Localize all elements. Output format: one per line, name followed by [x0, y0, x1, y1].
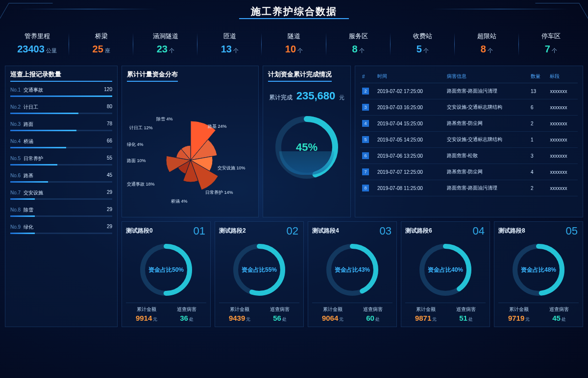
bar-row: No.7交安设施29	[10, 189, 112, 200]
card-ring: 资金占比55%	[230, 241, 288, 299]
bar-row: No.1交通事故120	[10, 87, 112, 97]
panel-title: 计划资金累计完成情况	[268, 70, 332, 82]
panel-gauge: 计划资金累计完成情况 累计完成 235,680 元 45%	[263, 66, 351, 217]
bar-row: No.8除雪29	[10, 207, 112, 217]
kpi-item: 桥梁25座	[69, 30, 133, 57]
page-title: 施工养护综合数据	[239, 5, 349, 19]
panel-title: 累计计量资金分布	[127, 70, 178, 82]
bar-row: No.2计日工80	[10, 104, 112, 114]
panel-bar-ranking: 巡查上报记录数量 No.1交通事故120No.2计日工80No.3路面78No.…	[5, 66, 118, 327]
table-row[interactable]: 82019-07-08 11:25:00路面危害-路面油污清理2xxxxxxx	[360, 180, 578, 196]
card-ring: 资金占比48%	[510, 241, 567, 299]
kpi-item: 收费站5个	[391, 30, 455, 57]
road-card[interactable]: 测试路段805资金占比48%累计金额9719元巡查病害45处	[494, 221, 583, 327]
kpi-item: 管养里程23403公里	[5, 30, 69, 57]
panel-title: 巡查上报记录数量	[10, 70, 112, 82]
card-ring: 资金占比40%	[416, 241, 474, 299]
road-card[interactable]: 测试路段604资金占比40%累计金额9871元巡查病害51处	[401, 221, 490, 327]
table-row[interactable]: 62019-07-06 13:25:00路面危害-松散3xxxxxxx	[360, 148, 578, 164]
table-row[interactable]: 52019-07-05 14:25:00交安设施-交通标志牌结构1xxxxxxx	[360, 132, 578, 148]
table-row[interactable]: 42019-07-04 15:25:00路基危害-防尘网2xxxxxxx	[360, 116, 578, 132]
table-row[interactable]: 22019-07-02 17:25:00路面危害-路面油污清理13xxxxxxx	[360, 83, 578, 99]
bar-row: No.6路基45	[10, 172, 112, 183]
kpi-item: 超限站8个	[455, 30, 519, 57]
bar-row: No.4桥涵66	[10, 138, 112, 148]
panel-defect-table: # 时间 病害信息 数量 标段 22019-07-02 17:25:00路面危害…	[355, 66, 583, 217]
gauge-pct: 45%	[272, 113, 341, 182]
road-card[interactable]: 测试路段403资金占比43%累计金额9064元巡查病害60处	[308, 221, 397, 327]
kpi-row: 管养里程23403公里桥梁25座涵洞隧道23个匝道13个隧道10个服务区8个收费…	[0, 26, 588, 66]
kpi-item: 隧道10个	[262, 30, 326, 57]
bar-row: No.5日常养护55	[10, 155, 112, 165]
card-ring: 资金占比50%	[137, 241, 195, 299]
gauge-total: 235,680	[296, 90, 336, 102]
table-row[interactable]: 72019-07-07 12:25:00路基危害-防尘网4xxxxxxx	[360, 164, 578, 180]
defect-table: # 时间 病害信息 数量 标段 22019-07-02 17:25:00路面危害…	[360, 70, 578, 196]
road-card[interactable]: 测试路段001资金占比50%累计金额9914元巡查病害36处	[122, 221, 211, 327]
card-ring: 资金占比43%	[323, 241, 381, 299]
kpi-item: 匝道13个	[197, 30, 262, 57]
kpi-item: 停车区7个	[519, 30, 583, 57]
road-card[interactable]: 测试路段202资金占比55%累计金额9439元巡查病害56处	[215, 221, 304, 327]
panel-rose-chart: 累计计量资金分布 路基 24%交安设施 10%日常养护 14%桥涵 4%交通事故…	[122, 66, 259, 217]
bar-row: No.9绿化29	[10, 224, 112, 234]
kpi-item: 服务区8个	[326, 30, 391, 57]
page-header: 施工养护综合数据	[0, 0, 588, 26]
bar-row: No.3路面78	[10, 121, 112, 131]
kpi-item: 涵洞隧道23个	[133, 30, 197, 57]
table-row[interactable]: 32019-07-03 16:25:00交安设施-交通标志牌结构6xxxxxxx	[360, 99, 578, 116]
gauge-ring: 45%	[272, 113, 341, 182]
